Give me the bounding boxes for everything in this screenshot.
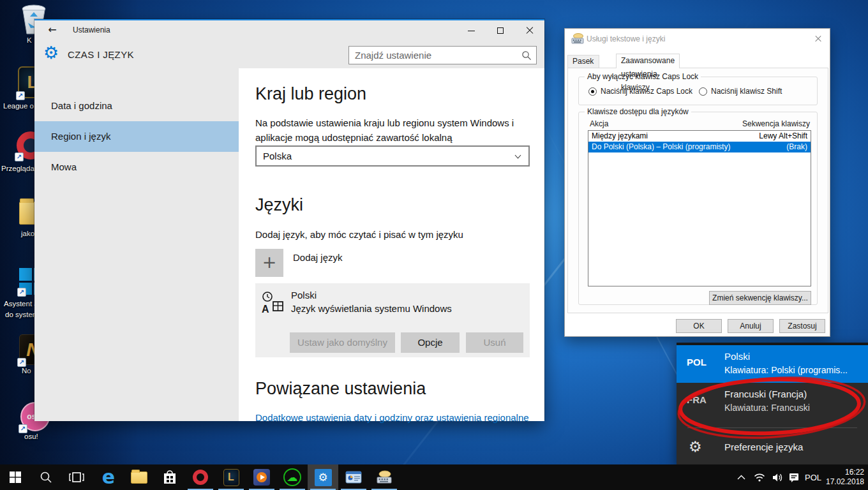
task-view-icon [69,472,84,482]
country-dropdown-value: Polska [263,151,292,161]
desktop-label-osu: osu! [24,433,38,440]
flyout-separator [687,427,857,428]
file-explorer-icon [131,471,147,484]
set-default-button[interactable]: Ustaw jako domyślny [290,332,395,353]
caps-lock-group: Aby wyłączyć klawisz Caps Lock Naciśnij … [578,77,818,105]
desktop-label-assistant-line2: do syster [5,311,35,318]
tab-language-bar[interactable]: Pasek języka [567,55,599,68]
task-view-button[interactable] [61,464,92,490]
chevron-up-icon [737,475,745,480]
taskbar-store[interactable] [154,464,185,490]
hotkey-sequence: (Brak) [786,142,807,152]
section-title-country-region: Kraj lub region [255,84,366,104]
keyboard-balloon-icon [571,33,584,44]
taskbar-media-player[interactable] [246,464,277,490]
sidebar-item-region-language[interactable]: Region i język [34,121,239,152]
apply-button[interactable]: Zastosuj [779,319,825,333]
desktop-label-opera: Przegląda [1,165,34,172]
close-button[interactable] [515,20,544,41]
change-key-sequence-button[interactable]: Zmień sekwencję klawiszy... [709,291,811,305]
add-language-button[interactable]: + Dodaj język [255,249,447,277]
dialog-titlebar[interactable]: Usługi tekstowe i języki [565,29,830,48]
flyout-item-french[interactable]: FRA Francuski (Francja) Klawiatura: Fran… [677,383,868,420]
dialog-title: Usługi tekstowe i języki [587,34,665,43]
language-subtitle: Język wyświetlania systemu Windows [291,303,452,314]
gear-icon: ⚙ [689,438,702,455]
tab-advanced-key-settings[interactable]: Zaawansowane ustawienia klawiszy [616,54,680,68]
taskbar-league-of-legends[interactable]: L [216,464,246,490]
hotkeys-listbox[interactable]: Między językami Lewy Alt+Shift Do Polski… [588,130,811,286]
taskbar-green-cloud-app[interactable]: ☁ [277,464,308,490]
edge-icon: e [102,468,115,487]
language-code-badge: FRA [687,394,707,405]
page-title: CZAS I JĘZYK [68,49,134,60]
desktop-label-folder: jako [21,230,34,237]
shortcut-arrow-icon: ↗ [15,152,24,161]
back-icon[interactable]: ← [45,24,60,38]
search-input[interactable] [348,46,537,64]
related-settings-link[interactable]: Dodatkowe ustawienia daty i godziny oraz… [255,412,529,423]
ok-button[interactable]: OK [676,319,722,333]
sidebar-item-date-time[interactable]: Data i godzina [34,91,239,121]
opera-icon [193,470,208,485]
hotkey-sequence: Lewy Alt+Shift [759,131,807,142]
minimize-button[interactable] [456,20,486,41]
taskbar-edge[interactable]: e [93,464,124,490]
desktop-label-assistant-line1: Asystent a [4,300,38,308]
radio-press-shift[interactable]: Naciśnij klawisz Shift [699,87,782,96]
tray-clock[interactable]: 16:22 17.02.2018 [826,464,864,490]
svg-text:A: A [262,304,269,315]
shortcut-arrow-icon: ↗ [17,358,26,367]
shortcut-arrow-icon: ↗ [19,424,27,433]
keyboard-layout-label: Klawiatura: Polski (programis... [724,365,848,375]
flyout-item-polish[interactable]: POL Polski Klawiatura: Polski (programis… [677,345,868,383]
wifi-icon [754,473,765,482]
taskbar-intl-settings[interactable] [338,464,369,490]
section-title-related: Powiązane ustawienia [255,379,426,399]
tray-language-indicator[interactable]: POL [802,464,825,490]
taskbar-opera[interactable] [185,464,216,490]
tray-volume[interactable] [768,464,786,490]
hotkey-row-selected[interactable]: Do Polski (Polska) – Polski (programisty… [588,142,811,152]
languages-description: Dodaj język, aby móc czytać i pisać w ty… [255,227,541,242]
radio-label: Naciśnij klawisz Shift [711,87,782,96]
green-cloud-icon: ☁ [283,468,301,486]
remove-button[interactable]: Usuń [466,332,523,353]
desktop-label-nostale: No [22,367,31,375]
taskbar-search-button[interactable] [31,464,61,490]
chevron-down-icon [514,154,521,159]
hotkey-row[interactable]: Między językami Lewy Alt+Shift [588,131,811,142]
taskbar: e L ☁ ⚙ [0,464,868,490]
desktop-label-league: League o [3,102,34,110]
cancel-button[interactable]: Anuluj [728,319,774,333]
taskbar-settings[interactable]: ⚙ [308,464,338,490]
sidebar-item-speech[interactable]: Mowa [34,152,239,182]
dialog-close-icon[interactable] [813,34,823,44]
language-translate-icon: A [260,291,285,315]
settings-sidebar: Data i godzina Region i język Mowa [34,68,239,421]
intl-settings-icon [345,471,362,484]
start-button[interactable] [0,464,31,490]
settings-gear-icon: ⚙ [43,43,59,63]
settings-titlebar[interactable]: ← Ustawienia [34,20,544,41]
tray-wifi[interactable] [751,464,768,490]
taskbar-text-services[interactable] [369,464,400,490]
language-preferences-item[interactable]: ⚙ Preferencje języka [677,429,868,467]
options-button[interactable]: Opcje [401,332,460,353]
language-code-badge: POL [687,357,707,368]
column-header-action: Akcja [590,119,608,128]
settings-window: ← Ustawienia ⚙ CZAS I JĘZYK Data i godzi… [34,19,544,420]
plus-icon: + [255,249,283,277]
tray-show-hidden-icons[interactable] [733,464,749,490]
tray-action-center[interactable] [785,464,803,490]
start-icon [10,471,21,483]
minimize-icon [468,31,475,31]
country-dropdown[interactable]: Polska [255,145,530,167]
search-icon [521,50,532,61]
language-item-polski[interactable]: A Polski Język wyświetlania systemu Wind… [255,283,530,357]
shortcut-arrow-icon: ↗ [17,288,26,297]
hotkeys-group: Klawisze dostępu dla języków Akcja Sekwe… [578,112,818,305]
section-title-languages: Języki [255,195,303,215]
maximize-button[interactable] [486,20,515,41]
taskbar-file-explorer[interactable] [124,464,154,490]
